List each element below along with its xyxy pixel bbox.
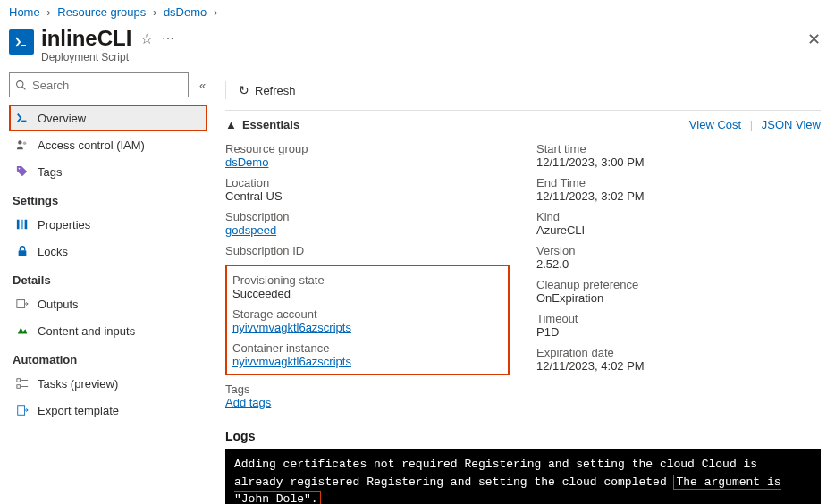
sidebar-item-overview[interactable]: Overview <box>9 105 207 131</box>
svg-rect-0 <box>21 45 26 46</box>
sidebar-item-content[interactable]: Content and inputs <box>9 317 207 344</box>
sidebar: « Overview Access control (IAM) Tags Set… <box>0 72 207 504</box>
tasks-icon <box>16 377 30 390</box>
svg-rect-11 <box>17 300 25 308</box>
sidebar-section-details: Details <box>13 273 207 287</box>
sidebar-item-label: Tags <box>38 165 62 179</box>
svg-rect-3 <box>21 121 26 122</box>
essentials-toggle[interactable]: ▲ Essentials <box>225 118 299 131</box>
field-location: Location Central US <box>225 176 510 203</box>
field-provisioning-state: Provisioning state Succeeded <box>232 273 502 300</box>
svg-rect-8 <box>21 220 23 230</box>
command-bar: ↻ Refresh <box>225 76 821 105</box>
sidebar-item-label: Locks <box>38 245 68 258</box>
sidebar-section-automation: Automation <box>13 353 207 366</box>
favorite-star-icon[interactable]: ☆ <box>140 30 153 47</box>
more-menu-icon[interactable]: ⋯ <box>162 31 175 46</box>
sidebar-item-label: Tasks (preview) <box>38 377 118 391</box>
highlighted-state-box: Provisioning state Succeeded Storage acc… <box>225 265 510 375</box>
refresh-button[interactable]: ↻ Refresh <box>239 83 296 97</box>
view-cost-link[interactable]: View Cost <box>689 118 741 131</box>
chevron-right-icon: › <box>153 5 156 19</box>
svg-rect-7 <box>17 220 20 230</box>
breadcrumb: Home › Resource groups › dsDemo › <box>0 0 835 22</box>
json-view-link[interactable]: JSON View <box>762 118 821 131</box>
sidebar-item-locks[interactable]: Locks <box>9 238 207 265</box>
toolbar-separator <box>225 81 226 99</box>
page-subtitle: Deployment Script <box>41 51 175 63</box>
essentials-panel: Resource group dsDemo Location Central U… <box>225 139 821 416</box>
search-input[interactable] <box>27 79 182 92</box>
sidebar-item-tags[interactable]: Tags <box>9 158 207 185</box>
sidebar-item-label: Outputs <box>38 298 79 311</box>
page-title: inlineCLI <box>41 26 131 51</box>
chevron-right-icon: › <box>214 5 217 19</box>
svg-point-1 <box>17 80 23 87</box>
storage-account-link[interactable]: nyivvmvagktl6azscripts <box>232 321 351 334</box>
lock-icon <box>16 245 30 257</box>
page-header: inlineCLI ☆ ⋯ Deployment Script ✕ <box>0 22 835 72</box>
content-icon <box>16 324 30 337</box>
refresh-label: Refresh <box>255 84 296 97</box>
field-cleanup: Cleanup preference OnExpiration <box>536 278 821 305</box>
sidebar-item-iam[interactable]: Access control (IAM) <box>9 131 207 158</box>
svg-point-4 <box>18 140 21 144</box>
svg-rect-16 <box>18 406 25 416</box>
field-start-time: Start time 12/11/2023, 3:00 PM <box>536 142 821 169</box>
sidebar-item-properties[interactable]: Properties <box>9 211 207 238</box>
resource-group-link[interactable]: dsDemo <box>225 155 268 169</box>
breadcrumb-home[interactable]: Home <box>9 5 40 19</box>
field-timeout: Timeout P1D <box>536 312 821 339</box>
container-instance-link[interactable]: nyivvmvagktl6azscripts <box>232 355 351 368</box>
essentials-header: Essentials <box>242 118 299 131</box>
sidebar-item-label: Overview <box>38 112 86 125</box>
field-container-instance: Container instance nyivvmvagktl6azscript… <box>232 341 502 368</box>
breadcrumb-resource-groups[interactable]: Resource groups <box>57 5 146 19</box>
svg-line-2 <box>22 87 25 89</box>
chevron-up-icon: ▲ <box>225 118 237 131</box>
field-subscription-id: Subscription ID <box>225 244 510 257</box>
sidebar-item-export[interactable]: Export template <box>9 397 207 424</box>
sidebar-item-label: Properties <box>38 218 90 231</box>
sidebar-item-outputs[interactable]: Outputs <box>9 290 207 317</box>
main-pane: ↻ Refresh ▲ Essentials View Cost | JSON … <box>207 72 835 504</box>
people-icon <box>16 139 30 151</box>
refresh-icon: ↻ <box>239 83 249 97</box>
svg-rect-10 <box>19 250 27 256</box>
sidebar-item-tasks[interactable]: Tasks (preview) <box>9 370 207 397</box>
svg-rect-12 <box>17 379 21 382</box>
field-subscription: Subscription godspeed <box>225 210 510 237</box>
add-tags-link[interactable]: Add tags <box>225 396 271 409</box>
sidebar-section-settings: Settings <box>13 194 207 207</box>
tag-icon <box>16 165 30 178</box>
field-expiration: Expiration date 12/11/2023, 4:02 PM <box>536 346 821 373</box>
field-tags: Tags Add tags <box>225 382 510 409</box>
deployment-script-icon <box>9 29 34 55</box>
svg-rect-14 <box>17 385 21 389</box>
field-kind: Kind AzureCLI <box>536 210 821 237</box>
properties-icon <box>16 218 30 231</box>
logs-output: Adding certificates not required Registe… <box>225 449 821 504</box>
breadcrumb-group-name[interactable]: dsDemo <box>164 5 207 19</box>
field-version: Version 2.52.0 <box>536 244 821 271</box>
export-icon <box>16 404 30 416</box>
field-resource-group: Resource group dsDemo <box>225 142 510 169</box>
close-icon[interactable]: ✕ <box>807 29 821 49</box>
subscription-link[interactable]: godspeed <box>225 223 276 237</box>
search-box[interactable] <box>9 72 189 97</box>
chevron-right-icon: › <box>46 5 50 19</box>
sidebar-item-label: Content and inputs <box>38 324 135 338</box>
svg-point-6 <box>19 168 21 170</box>
svg-rect-9 <box>25 220 28 230</box>
overview-icon <box>16 112 30 124</box>
svg-point-5 <box>23 142 27 146</box>
sidebar-item-label: Access control (IAM) <box>38 139 145 152</box>
outputs-icon <box>16 298 30 310</box>
field-storage-account: Storage account nyivvmvagktl6azscripts <box>232 307 502 334</box>
search-icon <box>15 80 27 91</box>
divider: | <box>750 118 753 131</box>
field-end-time: End Time 12/11/2023, 3:02 PM <box>536 176 821 203</box>
logs-header: Logs <box>225 429 821 443</box>
divider <box>225 110 821 111</box>
sidebar-item-label: Export template <box>38 404 119 417</box>
